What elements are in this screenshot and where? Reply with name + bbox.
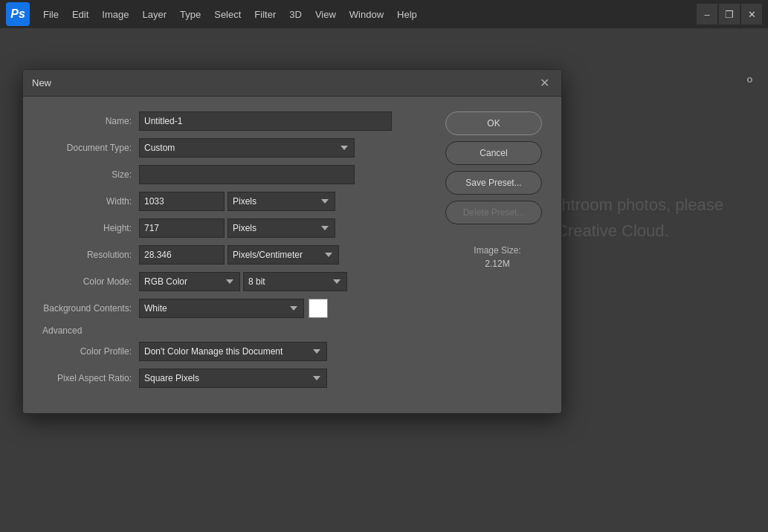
name-label: Name: [35, 116, 139, 126]
resolution-row: Resolution: Pixels/Centimeter Pixels/Inc… [35, 245, 433, 265]
app-area: ur Lightroom photos, please in to Creati… [0, 28, 768, 532]
menu-help[interactable]: Help [391, 6, 423, 23]
image-size-section: Image Size: 2.12M [445, 245, 549, 269]
height-controls: Pixels Inches Centimeters Millimeters Po… [139, 218, 335, 238]
menu-view[interactable]: View [309, 6, 342, 23]
menu-layer[interactable]: Layer [137, 6, 173, 23]
menu-file[interactable]: File [37, 6, 65, 23]
height-unit-select[interactable]: Pixels Inches Centimeters Millimeters Po… [228, 218, 335, 238]
dialog-titlebar: New ✕ [23, 70, 561, 97]
width-controls: Pixels Inches Centimeters Millimeters Po… [139, 192, 335, 211]
menu-bar: Ps File Edit Image Layer Type Select Fil… [0, 0, 768, 28]
button-section: OK Cancel Save Preset... Delete Preset..… [445, 111, 549, 395]
menu-filter[interactable]: Filter [248, 6, 282, 23]
color-profile-label: Color Profile: [35, 346, 139, 357]
size-label: Size: [35, 169, 139, 180]
form-section: Name: Document Type: Custom Default Phot… [35, 111, 433, 395]
pixel-aspect-label: Pixel Aspect Ratio: [35, 373, 139, 383]
image-size-value: 2.12M [445, 259, 549, 269]
menu-edit[interactable]: Edit [66, 6, 94, 23]
width-unit-select[interactable]: Pixels Inches Centimeters Millimeters Po… [228, 192, 335, 211]
doc-type-select[interactable]: Custom Default Photoshop Size US Paper I… [139, 138, 355, 158]
height-input[interactable] [139, 218, 225, 238]
width-label: Width: [35, 196, 139, 207]
advanced-label: Advanced [42, 325, 433, 336]
resolution-input[interactable] [139, 245, 225, 265]
resolution-controls: Pixels/Centimeter Pixels/Inch [139, 245, 339, 265]
name-row: Name: [35, 111, 433, 131]
bg-contents-row: Background Contents: White Background Co… [35, 299, 433, 318]
menu-type[interactable]: Type [174, 6, 207, 23]
size-input[interactable] [139, 165, 355, 184]
menu-image[interactable]: Image [96, 6, 135, 23]
dialog-title: New [32, 77, 51, 88]
color-mode-row: Color Mode: Bitmap Grayscale RGB Color C… [35, 272, 433, 291]
maximize-button[interactable]: ❐ [719, 4, 740, 25]
color-mode-controls: Bitmap Grayscale RGB Color CMYK Color La… [139, 272, 347, 291]
size-row: Size: [35, 165, 433, 184]
window-controls-group: – ❐ ✕ [697, 4, 762, 25]
bg-contents-label: Background Contents: [35, 303, 139, 314]
doc-type-label: Document Type: [35, 143, 139, 153]
cancel-button[interactable]: Cancel [445, 141, 542, 165]
menu-select[interactable]: Select [208, 6, 247, 23]
delete-preset-button[interactable]: Delete Preset... [445, 201, 542, 224]
bg-contents-controls: White Background Color Transparent [139, 299, 328, 318]
ps-logo: Ps [6, 2, 30, 26]
size-container [139, 165, 355, 184]
menu-3d[interactable]: 3D [283, 6, 308, 23]
pixel-aspect-row: Pixel Aspect Ratio: Square Pixels D1/DV … [35, 369, 433, 388]
width-input[interactable] [139, 192, 225, 211]
pixel-aspect-select[interactable]: Square Pixels D1/DV NTSC (0.91) D1/DV PA… [139, 369, 327, 388]
dialog-body: Name: Document Type: Custom Default Phot… [23, 97, 561, 413]
name-input[interactable] [139, 111, 392, 131]
height-label: Height: [35, 223, 139, 233]
save-preset-button[interactable]: Save Preset... [445, 171, 542, 195]
window-controls: – ❐ ✕ [697, 4, 762, 25]
advanced-section: Advanced Color Profile: Don't Color Mana… [35, 325, 433, 388]
menu-window[interactable]: Window [343, 6, 390, 23]
image-size-label: Image Size: [445, 245, 549, 256]
new-document-dialog: New ✕ Name: Document Type: Custom Defaul… [22, 69, 562, 414]
width-row: Width: Pixels Inches Centimeters Millime… [35, 192, 433, 211]
search-icon[interactable]: ⚬ [743, 71, 756, 89]
bg-color-swatch[interactable] [309, 299, 328, 318]
bit-depth-select[interactable]: 8 bit 16 bit 32 bit [243, 272, 347, 291]
ok-button[interactable]: OK [445, 111, 542, 135]
bg-contents-select[interactable]: White Background Color Transparent [139, 299, 304, 318]
color-profile-select[interactable]: Don't Color Manage this Document sRGB IE… [139, 342, 327, 361]
resolution-unit-select[interactable]: Pixels/Centimeter Pixels/Inch [228, 245, 339, 265]
doc-type-row: Document Type: Custom Default Photoshop … [35, 138, 433, 158]
color-profile-row: Color Profile: Don't Color Manage this D… [35, 342, 433, 361]
dialog-close-button[interactable]: ✕ [536, 75, 552, 91]
resolution-label: Resolution: [35, 250, 139, 260]
color-mode-select[interactable]: Bitmap Grayscale RGB Color CMYK Color La… [139, 272, 240, 291]
minimize-button[interactable]: – [697, 4, 717, 25]
app-close-button[interactable]: ✕ [741, 4, 762, 25]
color-mode-label: Color Mode: [35, 276, 139, 287]
height-row: Height: Pixels Inches Centimeters Millim… [35, 218, 433, 238]
